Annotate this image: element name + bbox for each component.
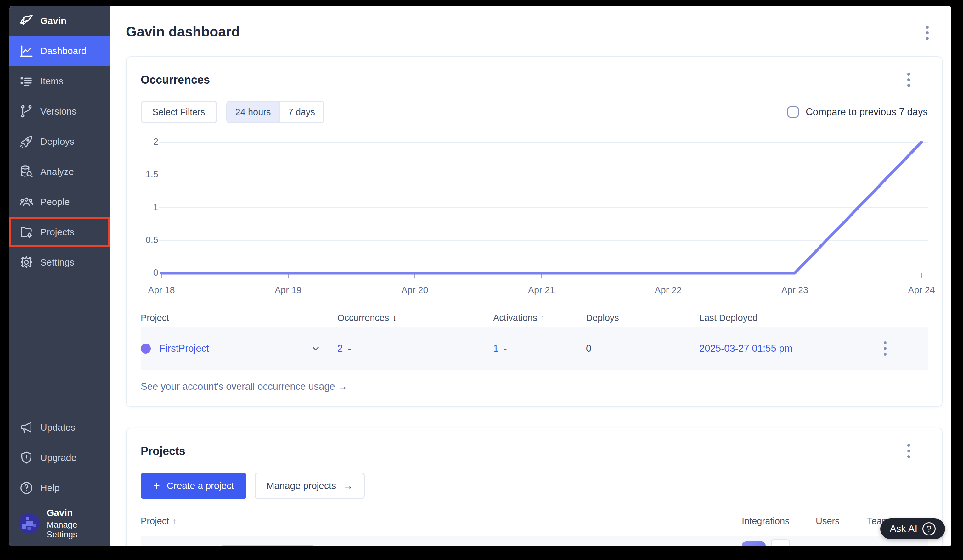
manage-projects-button[interactable]: Manage projects →: [255, 473, 365, 499]
avatar: [19, 513, 40, 534]
plus-icon: +: [153, 479, 160, 492]
sidebar-item-settings[interactable]: Settings: [10, 247, 110, 277]
sidebar-item-label: Items: [40, 76, 63, 86]
project-row: test-project Waiting for items + 1 1: [141, 536, 928, 547]
occurrences-card: Occurrences Select Filters 24 hours 7 da…: [126, 56, 942, 407]
arrow-right-icon: →: [342, 480, 353, 492]
row-kebab-menu[interactable]: [919, 545, 926, 547]
col-project[interactable]: Project: [141, 313, 337, 323]
sidebar-item-analyze[interactable]: Analyze: [10, 157, 110, 187]
sidebar-item-label: Deploys: [40, 136, 74, 147]
status-badge: Waiting for items: [219, 545, 316, 547]
range-24-hours[interactable]: 24 hours: [227, 102, 279, 122]
occurrences-table-header: Project Occurrences↓ Activations↑ Deploy…: [141, 309, 928, 327]
rollbar-logo-icon: [19, 13, 34, 28]
gear-icon: [19, 255, 34, 270]
sidebar-user[interactable]: Gavin Manage Settings: [10, 503, 110, 547]
sidebar-item-dashboard[interactable]: Dashboard: [10, 36, 110, 66]
sidebar-item-label: Settings: [40, 257, 74, 268]
projects-card-title: Projects: [141, 445, 185, 458]
sidebar-item-versions[interactable]: Versions: [10, 96, 110, 126]
sidebar-item-label: Upgrade: [40, 452, 76, 463]
sort-asc-icon: ↑: [172, 516, 177, 526]
sidebar-item-label: Versions: [40, 106, 76, 117]
brand-label: Gavin: [40, 15, 66, 26]
sidebar-item-label: Dashboard: [40, 45, 86, 56]
email-integration-icon[interactable]: [742, 541, 766, 547]
range-7-days[interactable]: 7 days: [279, 102, 323, 122]
sidebar-item-updates[interactable]: Updates: [10, 413, 110, 443]
compare-label: Compare to previous 7 days: [806, 106, 928, 118]
occurrence-usage-link[interactable]: See your account's overall occurrence us…: [141, 381, 347, 392]
page-title: Gavin dashboard: [126, 24, 240, 40]
sidebar-item-items[interactable]: Items: [10, 66, 110, 96]
occurrences-series-line: [141, 131, 928, 308]
shield-alert-icon: [19, 450, 34, 465]
user-manage-settings[interactable]: Manage Settings: [47, 520, 110, 539]
deploys-count: 0: [586, 343, 699, 354]
select-filters-button[interactable]: Select Filters: [141, 101, 217, 123]
col-users: Users: [816, 516, 867, 526]
question-circle-icon: ?: [922, 522, 935, 536]
megaphone-icon: [19, 420, 34, 435]
projects-table-header: Project↑ Integrations Users Teams: [141, 506, 928, 536]
sidebar-item-deploys[interactable]: Deploys: [10, 126, 110, 157]
last-deployed-link[interactable]: 2025-03-27 01:55 pm: [699, 343, 882, 354]
sidebar-item-people[interactable]: People: [10, 187, 110, 217]
people-group-icon: [19, 194, 34, 210]
brand[interactable]: Gavin: [10, 6, 110, 36]
help-icon: [19, 481, 34, 495]
database-search-icon: [19, 164, 34, 179]
col-deploys[interactable]: Deploys: [586, 313, 699, 323]
main-content: Gavin dashboard Occurrences Select Filte…: [110, 6, 952, 547]
sidebar-item-upgrade[interactable]: Upgrade: [10, 443, 110, 473]
sidebar-item-projects[interactable]: Projects: [10, 217, 110, 247]
col-project[interactable]: Project↑: [141, 516, 742, 526]
git-branch-icon: [19, 104, 34, 119]
user-name: Gavin: [47, 507, 110, 518]
table-row: FirstProject 2- 1- 0 2025-03-27 01:55 pm: [141, 327, 928, 370]
time-range-toggle: 24 hours 7 days: [226, 101, 324, 123]
occurrences-kebab-menu[interactable]: [905, 71, 912, 89]
sidebar-item-label: Projects: [40, 227, 74, 238]
page-kebab-menu[interactable]: [924, 24, 931, 42]
projects-kebab-menu[interactable]: [905, 442, 912, 460]
compare-checkbox[interactable]: [787, 106, 799, 118]
activations-count-link[interactable]: 1: [493, 343, 498, 354]
sidebar-item-label: Analyze: [40, 167, 74, 177]
sidebar-item-help[interactable]: Help: [10, 473, 110, 503]
add-integration-button[interactable]: +: [771, 539, 790, 547]
compare-toggle[interactable]: Compare to previous 7 days: [787, 106, 928, 118]
folder-gear-icon: [19, 225, 34, 240]
occurrences-count-link[interactable]: 2: [337, 343, 343, 354]
items-list-icon: [19, 74, 34, 89]
occurrences-table: Project Occurrences↓ Activations↑ Deploy…: [141, 309, 928, 370]
col-integrations: Integrations: [742, 516, 816, 526]
sidebar-item-label: People: [40, 197, 70, 207]
project-color-dot: [141, 343, 151, 354]
dashboard-chart-icon: [19, 44, 34, 58]
sidebar-item-label: Updates: [40, 422, 76, 433]
sidebar: Gavin Dashboard Items Versions Deploys: [10, 6, 110, 547]
create-project-button[interactable]: + Create a project: [141, 473, 246, 499]
sort-asc-icon: ↑: [540, 313, 545, 323]
occurrences-card-title: Occurrences: [141, 73, 210, 86]
sidebar-item-label: Help: [40, 482, 60, 493]
col-last-deployed[interactable]: Last Deployed: [699, 313, 882, 323]
occurrences-line-chart: 00.511.52Apr 18Apr 19Apr 20Apr 21Apr 22A…: [141, 131, 928, 308]
app-window: Gavin Dashboard Items Versions Deploys: [10, 6, 952, 547]
ask-ai-button[interactable]: Ask AI ?: [880, 518, 945, 539]
sidebar-spacer: [10, 277, 110, 413]
projects-card: Projects + Create a project Manage proje…: [126, 427, 942, 547]
col-activations[interactable]: Activations↑: [493, 313, 586, 323]
project-link[interactable]: FirstProject: [160, 343, 209, 354]
sort-desc-icon: ↓: [392, 313, 397, 323]
col-occurrences[interactable]: Occurrences↓: [337, 313, 493, 323]
rocket-icon: [19, 134, 34, 149]
chevron-down-icon[interactable]: [310, 343, 321, 354]
row-kebab-menu[interactable]: [882, 340, 888, 358]
